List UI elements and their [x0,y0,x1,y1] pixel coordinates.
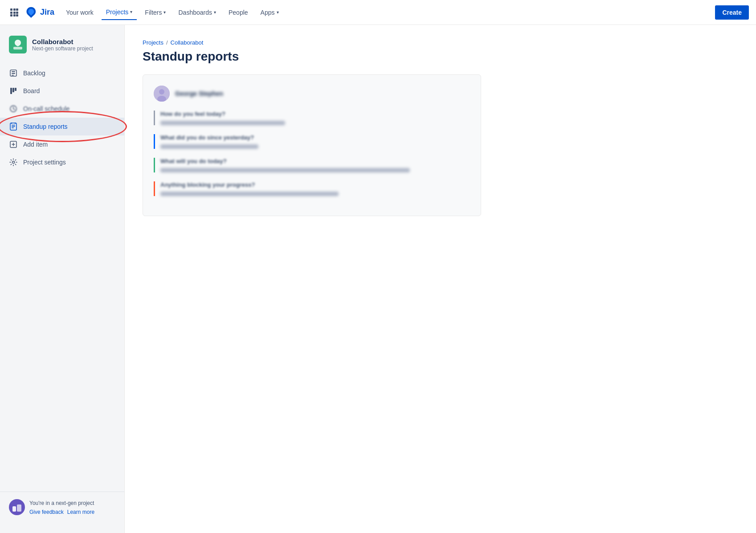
svg-rect-27 [17,504,21,512]
answer-yesterday [160,144,470,149]
answer-today [160,168,470,172]
svg-rect-12 [12,73,15,74]
standup-icon [9,122,18,131]
add-item-label: Add item [23,141,48,148]
report-section-yesterday: What did you do since yesterday? [154,134,470,149]
svg-rect-13 [12,75,14,76]
feedback-links: Give feedback Learn more [29,509,94,515]
apps-chevron-icon: ▾ [277,10,279,15]
project-header: Collaborabot Next-gen software project [0,36,124,64]
question-feel: How do you feel today? [160,111,470,117]
svg-rect-1 [13,8,16,11]
breadcrumb-projects[interactable]: Projects [143,39,163,46]
settings-icon [9,158,18,167]
svg-rect-21 [12,127,14,128]
svg-rect-7 [13,14,16,16]
oncall-icon [9,104,18,113]
feedback-box: You're in a next-gen project Give feedba… [9,499,115,515]
sidebar-item-add-item[interactable]: Add item [0,135,124,153]
report-card: George Stephen How do you feel today? Wh… [143,74,481,216]
filters-chevron-icon: ▾ [163,10,166,15]
answer-feel [160,121,470,125]
answer-line [160,121,285,125]
top-nav: Jira Your work Projects ▾ Filters ▾ Dash… [0,0,756,25]
sidebar-item-oncall[interactable]: On-call schedule [0,100,124,118]
nav-filters[interactable]: Filters ▾ [140,5,170,20]
report-section-feel: How do you feel today? [154,111,470,125]
svg-point-29 [159,89,164,94]
report-section-blocking: Anything blocking your progress? [154,181,470,196]
answer-blocking [160,192,470,196]
project-name: Collaborabot [32,38,93,45]
answer-line [160,192,339,196]
svg-point-25 [12,161,15,164]
jira-logo-text: Jira [40,8,54,17]
svg-rect-14 [10,88,12,94]
oncall-label: On-call schedule [23,105,69,112]
svg-rect-6 [10,14,12,16]
svg-rect-8 [16,14,18,16]
report-section-today: What will you do today? [154,158,470,172]
project-avatar [9,36,27,53]
learn-more-link[interactable]: Learn more [67,509,94,515]
project-type: Next-gen software project [32,45,93,52]
feedback-avatar [9,499,25,515]
backlog-icon [9,69,18,78]
nav-people[interactable]: People [224,5,253,20]
svg-rect-22 [11,123,12,124]
projects-chevron-icon: ▾ [130,9,132,14]
svg-rect-5 [16,12,18,14]
create-button[interactable]: Create [715,5,749,20]
svg-rect-20 [12,126,15,127]
nav-your-work[interactable]: Your work [61,5,98,20]
svg-rect-26 [12,506,16,512]
svg-rect-9 [13,47,22,49]
page-title: Standup reports [143,49,738,64]
board-icon [9,86,18,95]
feedback-text-area: You're in a next-gen project Give feedba… [29,499,94,515]
question-blocking: Anything blocking your progress? [160,181,470,188]
dashboards-chevron-icon: ▾ [214,10,216,15]
user-avatar [154,86,170,102]
report-user: George Stephen [154,86,470,102]
main-content: Projects / Collaborabot Standup reports … [125,25,756,533]
svg-rect-19 [12,125,15,126]
user-name: George Stephen [175,90,223,97]
nav-apps[interactable]: Apps ▾ [256,5,283,20]
sidebar-item-backlog[interactable]: Backlog [0,64,124,82]
breadcrumb: Projects / Collaborabot [143,39,738,46]
nav-dashboards[interactable]: Dashboards ▾ [174,5,221,20]
add-icon [9,140,18,149]
main-layout: Collaborabot Next-gen software project B… [0,25,756,533]
project-info: Collaborabot Next-gen software project [32,38,93,52]
question-today: What will you do today? [160,158,470,164]
sidebar-item-board[interactable]: Board [0,82,124,100]
svg-rect-4 [13,12,16,14]
svg-rect-23 [15,123,16,124]
svg-rect-15 [12,88,14,92]
sidebar-bottom: You're in a next-gen project Give feedba… [0,492,124,522]
sidebar-item-standup-reports[interactable]: Standup reports [0,118,124,135]
give-feedback-link[interactable]: Give feedback [29,509,64,515]
svg-rect-16 [15,88,16,91]
grid-menu-icon[interactable] [7,5,21,20]
feedback-title: You're in a next-gen project [29,499,94,507]
breadcrumb-separator: / [166,39,168,46]
svg-rect-3 [10,12,12,14]
project-settings-label: Project settings [23,159,66,166]
svg-rect-0 [10,8,12,11]
svg-rect-2 [16,8,18,11]
nav-projects[interactable]: Projects ▾ [102,5,137,20]
sidebar-nav: Backlog Board [0,64,124,171]
breadcrumb-project[interactable]: Collaborabot [171,39,204,46]
backlog-label: Backlog [23,70,45,77]
answer-line [160,168,410,172]
sidebar: Collaborabot Next-gen software project B… [0,25,125,533]
svg-rect-11 [12,71,15,72]
jira-logo[interactable]: Jira [25,6,54,19]
sidebar-item-project-settings[interactable]: Project settings [0,153,124,171]
answer-line [160,144,258,149]
standup-label: Standup reports [23,123,68,130]
board-label: Board [23,87,40,94]
question-yesterday: What did you do since yesterday? [160,134,470,141]
